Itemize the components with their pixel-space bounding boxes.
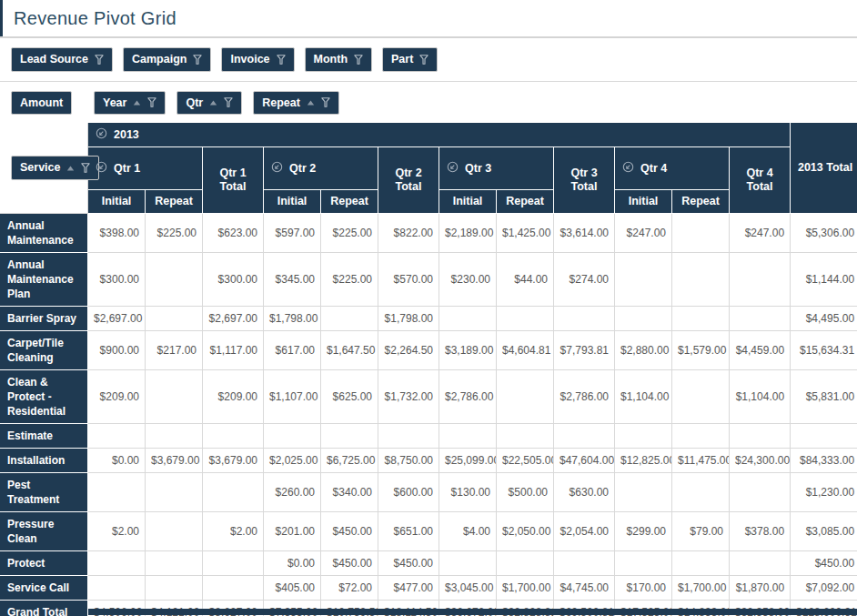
data-cell: $1,107.00 [264,370,321,424]
table-row: Installation$0.00$3,679.00$3,679.00$2,02… [0,449,857,473]
data-cell: $44.00 [497,253,554,307]
filter-icon[interactable] [419,55,428,65]
collapse-qtr4-icon[interactable] [622,161,634,176]
data-cell [203,424,264,449]
field-label: Qtr [186,97,203,109]
header-fields-row: Amount YearQtrRepeat [0,82,857,124]
row-header-barrier-spray: Barrier Spray [0,307,88,331]
data-cell: $1,798.00 [378,307,439,331]
filter-icon[interactable] [81,163,90,173]
data-fields-area: Amount [0,91,88,116]
table-row: Carpet/Tile Cleaning$900.00$217.00$1,117… [0,331,857,370]
data-cell: $72.00 [321,576,378,601]
data-cell: $625.00 [321,370,378,424]
field-button-repeat[interactable]: Repeat [253,91,339,116]
field-button-part[interactable]: Part [382,47,438,72]
data-cell [672,253,730,307]
field-button-amount[interactable]: Amount [11,91,72,116]
column-header-qtr4: Qtr 4 [615,147,730,190]
data-cell: $2,025.00 [264,449,321,473]
collapse-qtr2-icon[interactable] [271,161,283,176]
data-cell [321,424,378,449]
data-cell: $617.00 [264,331,321,370]
filter-icon[interactable] [193,55,202,65]
field-button-service[interactable]: Service [11,156,99,180]
data-cell: $225.00 [321,214,378,253]
data-cell: $4,495.00 [791,307,857,331]
data-cell: $3,679.00 [146,449,203,473]
data-cell [672,214,730,253]
filter-icon[interactable] [277,55,286,65]
data-cell: $2,264.50 [378,331,439,370]
data-cell [146,551,203,576]
row-header-estimate: Estimate [0,424,88,449]
filter-icon[interactable] [224,97,233,107]
data-cell: $300.00 [88,253,146,307]
data-cell: $84,333.00 [791,449,857,473]
row-header-grand-total: Grand Total [0,601,88,616]
field-button-campaign[interactable]: Campaign [123,47,211,72]
column-header-q4-repeat: Repeat [672,190,730,214]
data-cell: $2,786.00 [554,370,615,424]
field-label: Amount [20,97,63,109]
data-cell: $5,831.00 [791,370,857,424]
field-button-year[interactable]: Year [94,91,166,116]
field-button-invoice[interactable]: Invoice [221,47,294,72]
filter-icon[interactable] [95,55,104,65]
data-cell [497,424,554,449]
collapse-qtr3-icon[interactable] [447,161,459,176]
field-button-month[interactable]: Month [305,47,372,72]
column-header-qtr2-total: Qtr 2 Total [378,147,439,214]
sort-asc-icon [209,100,217,106]
column-header-2013-total: 2013 Total [791,123,857,214]
field-label: Month [314,54,348,66]
data-cell: $300.00 [203,253,264,307]
data-cell [203,473,264,512]
data-cell: $597.00 [264,214,321,253]
data-cell [146,576,203,601]
row-header-annual-maintenance: Annual Maintenance [0,214,88,253]
filter-icon[interactable] [321,97,330,107]
data-cell: $130.00 [439,473,497,512]
data-cell: $22,505.00 [497,449,554,473]
data-cell: $450.00 [321,551,378,576]
data-cell: $225.00 [146,214,203,253]
data-cell [321,307,378,331]
data-cell: $822.00 [378,214,439,253]
data-cell: $345.00 [264,253,321,307]
collapse-qtr1-icon[interactable] [96,161,107,176]
data-cell [146,370,203,424]
data-cell: $900.00 [88,331,146,370]
data-cell [615,307,672,331]
filter-icon[interactable] [147,97,156,107]
data-cell: $2,697.00 [88,307,146,331]
column-header-qtr2: Qtr 2 [264,147,378,190]
row-header-installation: Installation [0,449,88,473]
data-cell: $7,793.81 [554,331,615,370]
data-cell [615,253,672,307]
column-header-q1-initial: Initial [88,190,146,214]
data-cell: $3,614.00 [554,214,615,253]
data-cell [88,424,146,449]
data-cell: $260.00 [264,473,321,512]
field-label: Part [391,54,413,66]
data-cell [730,424,791,449]
page-title: Revenue Pivot Grid [0,8,176,29]
data-cell: $299.00 [615,512,672,551]
collapse-year-icon[interactable] [96,127,107,142]
horizontal-scrollbar-thumb[interactable] [88,609,857,615]
data-cell [730,473,791,512]
data-cell: $3,679.00 [203,449,264,473]
field-label: Campaign [132,54,187,66]
filter-icon[interactable] [354,55,363,65]
column-header-qtr1-total: Qtr 1 Total [203,147,264,214]
data-cell [672,473,730,512]
data-cell: $340.00 [321,473,378,512]
field-button-lead-source[interactable]: Lead Source [11,47,113,72]
qtr4-label: Qtr 4 [640,162,667,175]
field-button-qtr[interactable]: Qtr [176,91,242,116]
data-cell [497,370,554,424]
data-cell: $209.00 [88,370,146,424]
data-cell: $4.00 [439,512,497,551]
data-cell [439,424,497,449]
